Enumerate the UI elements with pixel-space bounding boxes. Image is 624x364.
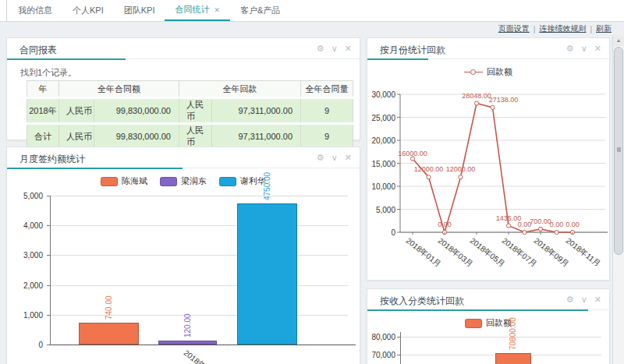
y-axis-tick-label: 0 [367, 228, 395, 237]
col-annual-contract-count: 全年合同量 [301, 81, 353, 98]
tab-contract-stats[interactable]: 合同统计 ✕ [165, 0, 230, 21]
y-axis-tick-label: 1,000 [7, 311, 43, 320]
y-axis-line [400, 332, 401, 364]
table-row: 合计 人民币 99,830,000.00 人民币 97,311,000.00 9 [27, 124, 353, 149]
panel-category-payment: 按收入分类统计回款 ⚙ ∨ ✕ 回款额 80,00070,00070800.00 [367, 288, 610, 364]
y-axis-line [50, 196, 51, 345]
cell-currency: 人民币 [59, 98, 94, 124]
data-point[interactable] [491, 105, 495, 109]
gridline [50, 315, 348, 316]
col-annual-contract-amount: 全年合同额 [59, 81, 179, 98]
y-axis-tick-label: 30,000 [367, 90, 395, 99]
cell-currency: 人民币 [59, 124, 94, 149]
y-axis-tick-label: 5,000 [7, 192, 43, 200]
title-underline [7, 58, 126, 60]
table-row: 2018年 人民币 99,830,000.00 人民币 97,311,000.0… [27, 98, 353, 124]
x-axis-category-label: 2018年06月 [181, 348, 221, 364]
performance-rules-link[interactable]: 连接绩效规则 [539, 23, 586, 34]
y-axis-tick-label: 70,000 [367, 351, 395, 359]
scrollbar-grip [617, 147, 621, 152]
y-axis-tick-label: 3,000 [7, 251, 43, 260]
data-point-label: 700.00 [530, 217, 551, 225]
y-axis-tick-label: 5,000 [367, 206, 395, 214]
cell-amount: 97,311,000.00 [212, 98, 301, 124]
monthly-signing-bar-chart[interactable]: 5,0004,0003,0002,0001,0000740.00120.0047… [7, 147, 360, 364]
data-point[interactable] [538, 227, 542, 231]
gridline [400, 337, 601, 337]
refresh-link[interactable]: 刷新 [596, 23, 612, 34]
cell-amount: 99,830,000.00 [94, 124, 179, 149]
scrollbar-thumb[interactable] [614, 47, 623, 255]
tab-label: 客户&产品 [240, 5, 280, 16]
cell-currency: 人民币 [179, 98, 212, 124]
data-point-label: 12000.00 [446, 165, 476, 173]
y-axis-tick-label: 10,000 [367, 182, 395, 191]
close-icon[interactable]: ✕ [345, 43, 352, 54]
cell-amount: 97,311,000.00 [212, 124, 301, 149]
page-settings-link[interactable]: 页面设置 [498, 23, 530, 34]
cell-amount: 99,830,000.00 [94, 98, 179, 124]
tab-label: 团队KPI [124, 5, 155, 16]
tab-customer-product[interactable]: 客户&产品 [230, 0, 290, 21]
col-year: 年 [27, 81, 59, 98]
data-point-label: 27138.00 [489, 96, 519, 104]
bar-value-label: 70800.00 [509, 317, 518, 350]
tab-my-info[interactable]: 我的信息 [8, 0, 62, 21]
data-point[interactable] [427, 175, 431, 179]
gear-icon[interactable]: ⚙ [317, 43, 324, 54]
bar-value-label: 740.00 [105, 295, 114, 320]
panel-title: 合同报表 [20, 44, 57, 57]
data-point-label: 12000.00 [414, 165, 444, 173]
scroll-up-arrow-icon[interactable]: ▲ [613, 35, 624, 46]
cell-year: 合计 [27, 124, 59, 149]
page-toolbar: 页面设置 | 连接绩效规则 | 刷新 [498, 23, 612, 35]
cell-year: 2018年 [27, 98, 59, 124]
monthly-payment-line-chart[interactable]: 30,00025,00020,00015,00010,0005,00001600… [367, 38, 609, 280]
bar[interactable] [495, 353, 531, 364]
tab-label: 个人KPI [73, 5, 104, 16]
panel-header: 合同报表 ⚙ ∨ ✕ [7, 38, 360, 59]
bar-value-label: 4750.00 [263, 171, 272, 200]
bar[interactable] [158, 341, 217, 345]
data-point[interactable] [474, 101, 478, 105]
bar[interactable] [79, 323, 139, 345]
panel-monthly-signing: 月度签约额统计 ⚙ ∨ ✕ 陈海斌 梁润东 谢利华 5,0004,0003,00… [6, 147, 360, 364]
link-separator: | [534, 25, 536, 34]
data-point-label: 28048.00 [462, 92, 491, 100]
contract-table: 年 全年合同额 全年回款 全年合同量 2018年 人民币 99,830,000.… [27, 80, 353, 149]
vertical-scrollbar[interactable]: ▲ [612, 35, 624, 364]
data-point-label: 0.00 [550, 221, 564, 228]
y-axis-tick-label: 2,000 [7, 281, 43, 290]
y-axis-tick-label: 0 [7, 341, 43, 349]
category-payment-bar-chart[interactable]: 80,00070,00070800.00 [367, 289, 609, 364]
data-point[interactable] [506, 224, 510, 228]
panel-contract-report: 合同报表 ⚙ ∨ ✕ 找到1个记录。 年 全年合同额 全年回款 全年合同量 [6, 37, 360, 140]
data-point[interactable] [523, 230, 526, 234]
data-point[interactable] [555, 230, 558, 234]
y-axis-tick-label: 80,000 [367, 333, 395, 341]
y-axis-tick-label: 20,000 [367, 136, 395, 145]
dashboard-root: 我的信息 个人KPI 团队KPI 合同统计 ✕ 客户&产品 页面设置 | 连接绩… [0, 0, 624, 364]
chevron-down-icon[interactable]: ∨ [332, 43, 338, 54]
tab-personal-kpi[interactable]: 个人KPI [62, 0, 114, 21]
col-annual-payment: 全年回款 [179, 81, 301, 98]
tabbar-left-divider [6, 0, 7, 22]
y-axis-tick-label: 15,000 [367, 160, 395, 168]
table-header-row: 年 全年合同额 全年回款 全年合同量 [27, 81, 353, 98]
tab-close-icon[interactable]: ✕ [214, 6, 220, 14]
tab-label: 合同统计 [175, 4, 209, 16]
data-point-label: 0.00 [438, 221, 452, 228]
record-count-text: 找到1个记录。 [20, 67, 76, 79]
data-point[interactable] [410, 157, 414, 161]
cell-count: 9 [301, 124, 353, 149]
data-point[interactable] [459, 175, 463, 179]
tab-bar: 我的信息 个人KPI 团队KPI 合同统计 ✕ 客户&产品 [0, 0, 624, 22]
bar-value-label: 120.00 [183, 314, 193, 338]
gridline [50, 255, 348, 256]
cell-currency: 人民币 [179, 124, 212, 149]
tab-team-kpi[interactable]: 团队KPI [114, 0, 165, 21]
link-separator: | [590, 25, 592, 34]
bar[interactable] [237, 203, 297, 345]
y-axis-tick-label: 25,000 [367, 114, 395, 122]
x-axis-line [50, 345, 356, 345]
